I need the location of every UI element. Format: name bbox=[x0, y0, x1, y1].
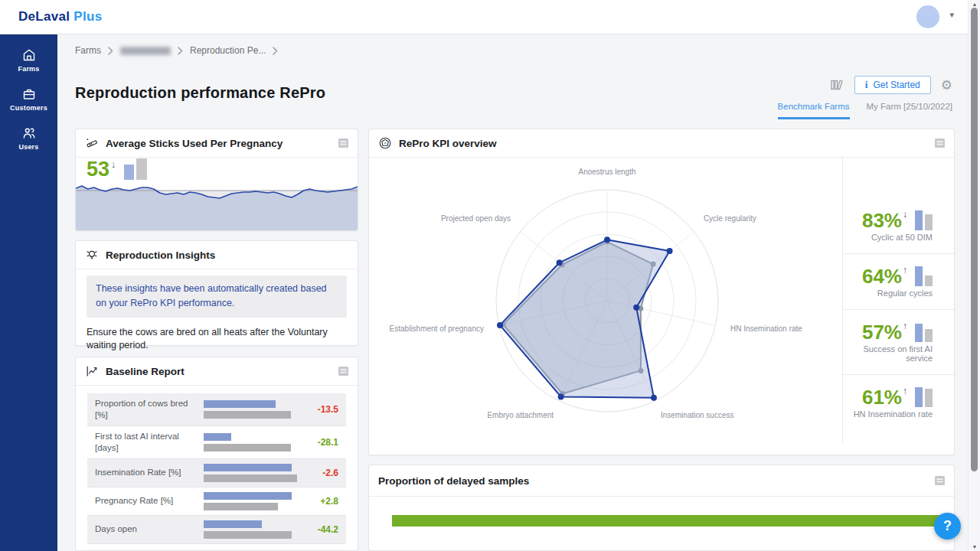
insights-card: Reproduction Insights These insights hav… bbox=[75, 240, 358, 346]
get-started-label: Get Started bbox=[873, 80, 920, 90]
scroll-up-icon[interactable]: ▲ bbox=[969, 2, 980, 7]
baseline-row-label: Proportion of cows bred [%] bbox=[95, 398, 198, 421]
kpi-mini-bars bbox=[915, 321, 933, 342]
baseline-header: Baseline Report bbox=[76, 357, 358, 386]
help-button[interactable]: ? bbox=[934, 513, 961, 540]
baseline-row-label: First to last AI interval [days] bbox=[95, 431, 198, 454]
benchmark-bar bbox=[204, 503, 278, 510]
page-scrollbar: ▲ ▼ bbox=[968, 0, 980, 551]
scrollbar-thumb[interactable] bbox=[971, 8, 978, 471]
sidebar-item-label: Farms bbox=[18, 65, 39, 73]
flip-card-icon[interactable] bbox=[338, 139, 348, 148]
down-arrow-icon: ↓ bbox=[111, 158, 116, 170]
tab-benchmark-farms[interactable]: Benchmark Farms bbox=[778, 102, 850, 119]
avg-sticks-value: 53 bbox=[87, 160, 109, 180]
farm-bar bbox=[124, 165, 134, 180]
kpi-overview-title: RePro KPI overview bbox=[399, 138, 497, 149]
radar-axis-label: Establishment of pregnancy bbox=[390, 324, 484, 333]
farm-bar bbox=[915, 387, 923, 407]
chevron-down-icon[interactable]: ▾ bbox=[949, 10, 954, 20]
benchmark-bar bbox=[925, 214, 933, 230]
baseline-row-value: -28.1 bbox=[306, 437, 338, 448]
farm-bar bbox=[204, 520, 262, 528]
flip-card-icon[interactable] bbox=[935, 139, 945, 148]
page-title: Reproduction performance RePro bbox=[75, 84, 325, 102]
chevron-right-icon bbox=[108, 47, 113, 55]
benchmark-bar bbox=[204, 474, 297, 482]
kpi-label: Cyclic at 50 DIM bbox=[843, 233, 933, 242]
get-started-button[interactable]: i Get Started bbox=[854, 76, 931, 94]
sticks-area-chart bbox=[76, 181, 358, 230]
up-arrow-icon: ↑ bbox=[903, 321, 907, 331]
kpi-label: Success on first AI service bbox=[843, 344, 933, 363]
flip-card-icon[interactable] bbox=[338, 367, 348, 376]
kpi-overview-card: RePro KPI overview Anoestrus lengthCycle… bbox=[368, 129, 955, 455]
briefcase-icon bbox=[21, 86, 37, 102]
insights-message: Ensure the cows are bred on all heats af… bbox=[87, 326, 347, 353]
baseline-title: Baseline Report bbox=[106, 366, 185, 377]
kpi-mini-bars bbox=[915, 265, 933, 286]
benchmark-bar bbox=[204, 411, 291, 419]
flip-card-icon[interactable] bbox=[935, 476, 945, 485]
kpi-item: 64%↑Regular cycles bbox=[843, 254, 954, 310]
sidebar-item-farms[interactable]: Farms bbox=[0, 43, 57, 77]
barn-icon bbox=[21, 47, 37, 63]
delayed-samples-header: Proportion of delayed samples bbox=[369, 465, 954, 497]
kpi-mini-bars bbox=[915, 209, 933, 230]
baseline-row-bars bbox=[204, 464, 299, 482]
insights-header: Reproduction Insights bbox=[76, 241, 358, 269]
sidebar-item-customers[interactable]: Customers bbox=[0, 82, 57, 116]
kpi-label: HN Insemination rate bbox=[843, 409, 933, 419]
radar-axis-label: Embryo attachment bbox=[487, 411, 554, 419]
down-arrow-icon: ↓ bbox=[903, 209, 907, 220]
baseline-row: Days open-44.2 bbox=[87, 516, 346, 544]
farm-bar bbox=[915, 324, 923, 342]
delayed-samples-title: Proportion of delayed samples bbox=[378, 475, 529, 487]
library-icon[interactable] bbox=[829, 77, 844, 93]
breadcrumb-farms-link[interactable]: Farms bbox=[75, 45, 101, 56]
stick-icon bbox=[85, 136, 99, 150]
sidebar-item-users[interactable]: Users bbox=[0, 121, 57, 155]
baseline-rows: Proportion of cows bred [%]-13.5First to… bbox=[87, 393, 346, 544]
kpi-value: 83% bbox=[862, 211, 902, 230]
baseline-row-value: -2.6 bbox=[306, 468, 338, 478]
top-header: DeLaval Plus ▾ bbox=[0, 0, 980, 34]
kpi-value: 64% bbox=[862, 267, 902, 286]
avatar[interactable] bbox=[916, 5, 939, 28]
avg-sticks-header: Average Sticks Used Per Pregnancy bbox=[76, 129, 358, 158]
sidebar-item-label: Users bbox=[18, 143, 38, 151]
delayed-samples-card: Proportion of delayed samples bbox=[368, 465, 955, 551]
insights-note: These insights have been automatically c… bbox=[87, 276, 347, 318]
radar-axis-label: Projected open days bbox=[441, 214, 511, 223]
breadcrumb: Farms Reproduction Pe... bbox=[75, 44, 278, 57]
tab-my-farm[interactable]: My Farm [25/10/2022] bbox=[867, 102, 953, 119]
baseline-row-value: -13.5 bbox=[306, 404, 338, 415]
farm-bar bbox=[204, 400, 276, 408]
kpi-value: 57% bbox=[862, 323, 902, 342]
scroll-down-icon[interactable]: ▼ bbox=[969, 544, 980, 549]
farm-bar bbox=[204, 433, 231, 441]
logo-plus: Plus bbox=[74, 9, 102, 24]
view-tabs: Benchmark Farms My Farm [25/10/2022] bbox=[778, 102, 952, 119]
breadcrumb-farm-name-blurred[interactable] bbox=[120, 47, 171, 55]
gear-icon[interactable]: ⚙ bbox=[941, 79, 952, 92]
benchmark-bar bbox=[925, 389, 933, 407]
baseline-row-value: -44.2 bbox=[306, 524, 338, 535]
repro-kpi-radar-chart: Anoestrus lengthCycle regularityHN Insem… bbox=[369, 157, 842, 455]
kpi-list: 83%↓Cyclic at 50 DIM64%↑Regular cycles57… bbox=[842, 157, 954, 444]
info-icon: i bbox=[865, 79, 868, 91]
baseline-row-label: Days open bbox=[95, 523, 198, 535]
toolbar: i Get Started ⚙ bbox=[829, 76, 952, 94]
baseline-row-bars bbox=[204, 492, 299, 510]
radar-chart-area: Anoestrus lengthCycle regularityHN Insem… bbox=[369, 157, 842, 458]
breadcrumb-current-link[interactable]: Reproduction Pe... bbox=[190, 45, 266, 56]
sidebar: Farms Customers Users bbox=[0, 34, 57, 551]
baseline-row-value: +2.8 bbox=[306, 496, 338, 507]
users-icon bbox=[21, 126, 37, 141]
kpi-mini-bars bbox=[915, 386, 933, 407]
main-content: Farms Reproduction Pe... Reproduction pe… bbox=[57, 34, 968, 551]
app-logo: DeLaval Plus bbox=[18, 0, 102, 34]
radar-axis-label: Insemination success bbox=[661, 411, 734, 419]
radar-axis-label: Cycle regularity bbox=[704, 214, 756, 223]
avg-sticks-value-row: 53 ↓ bbox=[87, 158, 147, 180]
